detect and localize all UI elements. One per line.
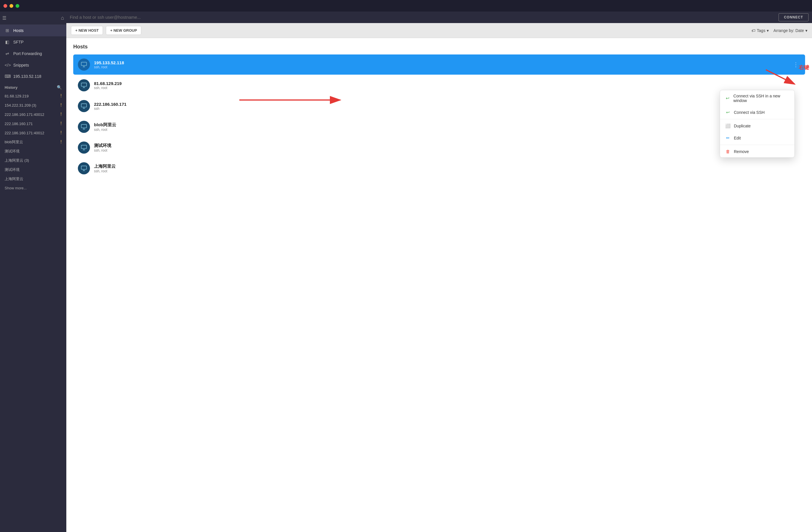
port-forwarding-icon: ⇌ [5, 51, 10, 56]
svg-rect-0 [81, 62, 87, 66]
context-menu-label-2: Duplicate [734, 124, 751, 128]
host-sub-0: ssh, root [94, 65, 791, 69]
host-avatar-4 [78, 142, 90, 153]
context-menu-item-duplicate[interactable]: ⬜ Duplicate [720, 120, 794, 132]
history-item-0-warn: ! [60, 93, 62, 99]
sidebar-item-hosts[interactable]: ⊞ Hosts [0, 25, 66, 36]
host-sub-3: ssh, root [94, 128, 800, 132]
context-menu-item-remove[interactable]: 🗑 Remove [720, 146, 794, 157]
svg-rect-3 [81, 83, 87, 87]
history-item-4-label: 222.186.160.171:40012 [5, 131, 44, 135]
host-avatar-1 [78, 79, 90, 91]
context-menu-item-edit[interactable]: ✏ Edit [720, 132, 794, 144]
close-button[interactable] [3, 4, 7, 8]
host-info-4: 测试环境 ssh, root [94, 143, 800, 152]
history-item-1[interactable]: 154.222.31.209 (3) ! [0, 101, 66, 110]
sidebar-item-snippets[interactable]: </> Snippets [0, 59, 66, 71]
history-section-label: History [5, 85, 18, 90]
home-icon[interactable]: ⌂ [61, 15, 64, 21]
host-item-3[interactable]: blob阿里云 ssh, root [73, 117, 805, 137]
history-item-5[interactable]: blob阿里云 ! [0, 137, 66, 147]
connect-button[interactable]: CONNECT [779, 13, 809, 21]
context-menu-label-0: Connect via SSH in a new window [733, 94, 789, 103]
main-panel: CONNECT + NEW HOST + NEW GROUP 🏷 Tags ▾ [66, 12, 812, 532]
history-item-8-label: 测试环境 [5, 167, 19, 172]
show-more-label: Show more... [5, 186, 27, 190]
host-name-0: 195.133.52.118 [94, 60, 791, 65]
context-menu-divider-2 [720, 145, 794, 145]
sidebar-item-sftp[interactable]: ◧ SFTP [0, 36, 66, 48]
sidebar-item-snippets-label: Snippets [13, 63, 29, 68]
history-item-5-warn: ! [60, 139, 62, 145]
history-item-3[interactable]: 222.186.160.171 ! [0, 119, 66, 128]
history-item-4-warn: ! [60, 130, 62, 135]
new-group-button-label: + NEW GROUP [110, 28, 137, 32]
host-item-4[interactable]: 测试环境 ssh, root [73, 137, 805, 158]
host-item-5[interactable]: 上海阿里云 ssh, root [73, 158, 805, 178]
sidebar-current-host-label: 195.133.52.118 [13, 74, 41, 79]
history-item-9[interactable]: 上海阿里云 [0, 174, 66, 183]
terminal-icon: ⌨ [5, 74, 10, 79]
sidebar-current-host[interactable]: ⌨ 195.133.52.118 [0, 71, 66, 82]
history-item-6[interactable]: 测试环境 [0, 147, 66, 156]
history-item-4[interactable]: 222.186.160.171:40012 ! [0, 128, 66, 137]
context-menu: ↩ Connect via SSH in a new window ↩ Conn… [720, 90, 795, 158]
duplicate-icon: ⬜ [725, 123, 730, 129]
history-item-2[interactable]: 222.186.160.171:40012 ! [0, 110, 66, 119]
tags-label: Tags [757, 28, 766, 33]
host-info-1: 81.68.129.219 ssh, root [94, 81, 800, 90]
history-item-0[interactable]: 81.68.129.219 ! [0, 91, 66, 101]
history-item-1-warn: ! [60, 103, 62, 108]
history-item-1-label: 154.222.31.209 (3) [5, 103, 36, 107]
host-dots-0[interactable]: ⋮ [791, 61, 800, 68]
host-sub-1: ssh, root [94, 86, 800, 90]
host-info-0: 195.133.52.118 ssh, root [94, 60, 791, 69]
minimize-button[interactable] [10, 4, 13, 8]
history-item-8[interactable]: 测试环境 [0, 165, 66, 174]
context-menu-label-4: Remove [734, 149, 749, 154]
app-body: ☰ ⌂ ⊞ Hosts ◧ SFTP ⇌ Port Forwarding </>… [0, 12, 812, 532]
context-menu-label-1: Connect via SSH [734, 110, 765, 115]
host-info-5: 上海阿里云 ssh, root [94, 164, 800, 173]
history-item-3-label: 222.186.160.171 [5, 122, 33, 126]
svg-rect-9 [81, 124, 87, 128]
host-name-3: blob阿里云 [94, 122, 800, 128]
host-avatar-2 [78, 100, 90, 112]
host-name-1: 81.68.129.219 [94, 81, 800, 86]
topbar: CONNECT [66, 12, 812, 23]
arrange-label: Arrange by: Date [773, 28, 804, 33]
history-item-7[interactable]: 上海阿里云 (3) [0, 156, 66, 165]
arrange-button[interactable]: Arrange by: Date ▾ [773, 28, 807, 33]
host-sub-4: ssh, root [94, 148, 800, 152]
edit-icon: ✏ [725, 135, 730, 141]
history-item-9-label: 上海阿里云 [5, 176, 23, 181]
hamburger-icon[interactable]: ☰ [2, 15, 6, 21]
history-search-icon[interactable]: 🔍 [57, 85, 62, 90]
host-avatar-0 [78, 59, 90, 71]
tags-button[interactable]: 🏷 Tags ▾ [752, 28, 769, 33]
new-host-button[interactable]: + NEW HOST [71, 26, 103, 35]
tags-chevron-icon: ▾ [767, 28, 769, 33]
host-item-0[interactable]: 195.133.52.118 ssh, root ⋮ [73, 55, 805, 75]
sidebar-item-sftp-label: SFTP [13, 40, 24, 44]
host-item-2[interactable]: 222.186.160.171 ssh [73, 96, 805, 116]
host-info-3: blob阿里云 ssh, root [94, 122, 800, 132]
sidebar-item-port-forwarding[interactable]: ⇌ Port Forwarding [0, 48, 66, 59]
context-menu-item-connect-new-window[interactable]: ↩ Connect via SSH in a new window [720, 90, 794, 106]
history-item-2-label: 222.186.160.171:40012 [5, 113, 44, 117]
svg-rect-12 [81, 145, 87, 149]
context-menu-item-connect-ssh[interactable]: ↩ Connect via SSH [720, 106, 794, 118]
maximize-button[interactable] [16, 4, 19, 8]
svg-rect-15 [81, 166, 87, 169]
history-section-header: History 🔍 [0, 82, 66, 91]
host-info-2: 222.186.160.171 ssh [94, 102, 800, 111]
sidebar-top: ☰ ⌂ [0, 12, 66, 25]
host-sub-2: ssh [94, 107, 800, 111]
connect-button-label: CONNECT [784, 15, 803, 19]
host-item-1[interactable]: 81.68.129.219 ssh, root [73, 75, 805, 95]
new-group-button[interactable]: + NEW GROUP [106, 26, 141, 35]
titlebar [0, 0, 812, 12]
toolbar: + NEW HOST + NEW GROUP 🏷 Tags ▾ Arrange … [66, 23, 812, 38]
search-input[interactable] [70, 15, 776, 19]
show-more[interactable]: Show more... [0, 183, 66, 193]
